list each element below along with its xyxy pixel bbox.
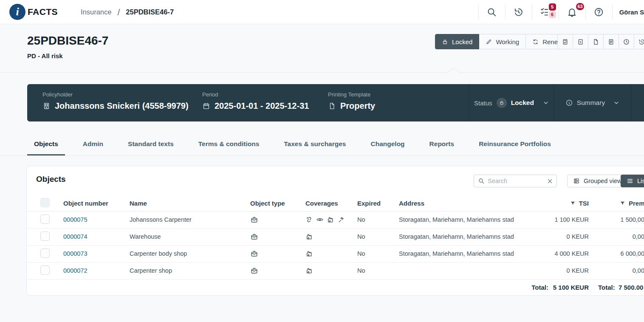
working-button[interactable]: Working [479, 34, 526, 49]
page-header: 25PDBISE46-7 PD - All risk [27, 35, 108, 59]
column-tsi[interactable]: TSI [527, 196, 589, 211]
document-lines-button[interactable] [603, 34, 619, 49]
status-value: Locked [511, 99, 534, 107]
column-object-number[interactable]: Object number [63, 196, 130, 211]
list-view-button[interactable]: List all [621, 175, 644, 187]
period-section: Period 2025-01-01 - 2025-12-31 [202, 84, 328, 121]
row-checkbox[interactable] [40, 232, 50, 241]
premium-value: 1 500,00 [589, 211, 644, 228]
briefcase-icon [250, 267, 305, 275]
objects-card: Objects Grouped view List all Object num… [26, 166, 644, 296]
file-button[interactable] [588, 34, 604, 49]
address-value: Storagatan, Mariehamn, Mariehamns stad [399, 245, 527, 262]
tsi-total-label: Total: [531, 284, 548, 291]
status-dropdown[interactable]: Status Locked [469, 84, 554, 121]
clipboard-check-button[interactable] [557, 34, 573, 49]
policyholder-value[interactable]: Johanssons Snickeri (4558-9979) [55, 101, 189, 111]
period-label: Period [202, 91, 328, 98]
header-divider [0, 72, 644, 73]
coverage-icons [305, 267, 357, 274]
chevron-down-icon [542, 99, 549, 106]
object-number-link[interactable]: 0000072 [63, 267, 87, 274]
tsi-value: 4 000 KEUR [527, 245, 589, 262]
object-name: Carpenter shop [130, 262, 250, 279]
object-number-link[interactable]: 0000073 [63, 250, 87, 257]
printing-template-value-row: Property [328, 101, 469, 111]
bell-icon [567, 7, 577, 17]
search-icon [478, 178, 485, 184]
eye-icon [316, 216, 324, 223]
app-logo[interactable]: i FACTS [9, 4, 58, 20]
policyholder-section: Policyholder Johanssons Snickeri (4558-9… [27, 84, 202, 121]
tab-terms-conditions[interactable]: Terms & conditions [192, 132, 266, 155]
tasks-badge-primary: 5 [549, 3, 556, 11]
expired-value: No [357, 245, 399, 262]
breadcrumb: Insurance / 25PDBISE46-7 [81, 0, 174, 24]
select-all-checkbox[interactable] [40, 198, 50, 207]
refresh-icon [532, 39, 539, 45]
column-address[interactable]: Address [399, 196, 527, 211]
search-icon [486, 7, 497, 17]
filter-icon[interactable] [570, 201, 576, 206]
table-row: 0000072 Carpenter shop No 0 KEUR 0,00 [27, 262, 644, 279]
factory-icon [305, 233, 313, 240]
policyholder-label: Policyholder [42, 91, 202, 98]
factory-icon [305, 267, 313, 274]
breadcrumb-section[interactable]: Insurance [81, 8, 111, 16]
grouped-view-button[interactable]: Grouped view [567, 175, 627, 187]
clock-button[interactable] [619, 34, 634, 49]
object-name: Carpenter body shop [130, 245, 250, 262]
file-icon [328, 102, 336, 110]
column-coverages[interactable]: Coverages [305, 196, 357, 211]
tasks-badge-secondary: 6 [549, 11, 556, 18]
calendar-icon [202, 102, 210, 110]
premium-value: 0,00 [589, 228, 644, 245]
history-button[interactable] [506, 0, 532, 24]
breadcrumb-separator: / [117, 7, 120, 17]
premium-total-value: 7 500.00 KEUR [619, 284, 644, 291]
notifications-button[interactable]: 63 [559, 0, 585, 24]
clock-icon [623, 38, 630, 45]
tab-taxes-surcharges[interactable]: Taxes & surcharges [277, 132, 353, 155]
lock-icon [442, 39, 448, 45]
coverage-icons [305, 250, 357, 257]
summary-dropdown[interactable]: Summary [554, 84, 631, 121]
user-menu[interactable]: Göran S [613, 0, 644, 24]
address-value [399, 262, 527, 279]
search-button[interactable] [479, 0, 505, 24]
premium-document-button[interactable]: $ [573, 34, 588, 49]
premium-total-label: Total: [598, 284, 615, 291]
locked-button[interactable]: Locked [435, 34, 479, 49]
tab-admin[interactable]: Admin [76, 132, 110, 155]
help-button[interactable] [586, 0, 612, 24]
column-name[interactable]: Name [130, 196, 250, 211]
tab-reinsurance-portfolios[interactable]: Reinsurance Portfolios [472, 132, 558, 155]
printing-template-value: Property [340, 101, 375, 111]
filter-icon[interactable] [620, 201, 625, 206]
row-checkbox[interactable] [40, 215, 50, 224]
coverage-icons [305, 233, 357, 240]
history-icon [638, 38, 644, 45]
tab-reports[interactable]: Reports [423, 132, 461, 155]
objects-table: Object number Name Object type Coverages… [27, 196, 644, 280]
tab-changelog[interactable]: Changelog [364, 132, 411, 155]
object-number-link[interactable]: 0000075 [63, 216, 87, 223]
tab-objects[interactable]: Objects [27, 132, 65, 155]
premium-value: 0,00 [589, 262, 644, 279]
column-object-type[interactable]: Object type [250, 196, 305, 211]
column-expired[interactable]: Expired [357, 196, 399, 211]
history-tool-button[interactable] [634, 34, 644, 49]
working-label: Working [496, 38, 519, 45]
clear-search-button[interactable] [543, 175, 556, 187]
help-icon [593, 7, 604, 17]
page-title: 25PDBISE46-7 [27, 35, 108, 47]
navbar-actions: 5 6 63 Göran S [478, 0, 644, 24]
row-checkbox[interactable] [40, 266, 50, 275]
object-number-link[interactable]: 0000074 [63, 233, 87, 240]
tab-standard-texts[interactable]: Standard texts [121, 132, 181, 155]
search-input[interactable] [488, 178, 543, 184]
row-checkbox[interactable] [40, 249, 50, 258]
banner-collapse-notch[interactable] [447, 68, 460, 73]
column-premium[interactable]: Premium [589, 196, 644, 211]
tasks-button[interactable]: 5 6 [532, 0, 559, 24]
